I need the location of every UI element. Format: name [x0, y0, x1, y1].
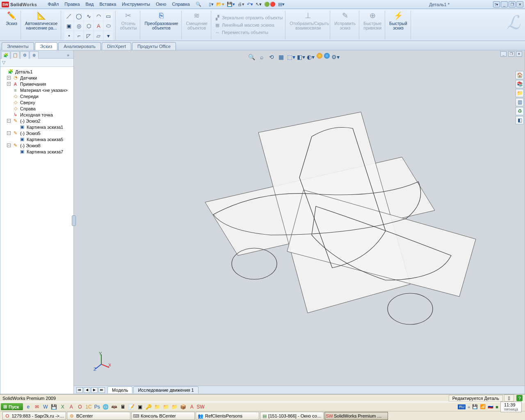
fm-filter[interactable]: ▽	[0, 59, 73, 67]
tab-office[interactable]: Продукты Office	[132, 42, 176, 50]
graphics-viewport[interactable]: _ ❐ ✕ 🔍 ⌕ ⟲ ▦ ⬚▾ ◧▾ ◐▾ ⚙▾ 🏠 📚 📁 ▥ ♻ ◧	[74, 50, 525, 394]
fm-tab-dimxpert[interactable]: ⊕	[30, 51, 39, 59]
tree-sketch-8-pic[interactable]: ▣Картинка эскиза7	[1, 148, 73, 155]
zoomfit-icon[interactable]: 🔍	[248, 53, 256, 61]
ql-excel-icon[interactable]: X	[59, 403, 66, 410]
hideshow-icon[interactable]: ◐▾	[307, 53, 315, 61]
tree-sketch-2-pic[interactable]: ▣Картинка эскиза1	[1, 124, 73, 130]
ql-folder-icon[interactable]: 📁	[154, 403, 161, 410]
menu-edit[interactable]: Правка	[62, 0, 82, 8]
ql-sw-icon[interactable]: SW	[197, 403, 204, 410]
task-solidworks[interactable]: SWSolidWorks Premium …	[324, 412, 388, 420]
text-icon[interactable]: A	[94, 21, 103, 30]
tree-front-plane[interactable]: ◇Спереди	[1, 93, 73, 99]
ellipse-icon[interactable]: ◎	[74, 21, 83, 30]
tree-sensors[interactable]: +◔Датчики	[1, 75, 73, 81]
tray-expand-icon[interactable]: «	[468, 404, 470, 409]
help-button[interactable]: ?▾	[493, 1, 500, 7]
ql-folder2-icon[interactable]: 📁	[162, 403, 169, 410]
menu-view[interactable]: Вид	[83, 0, 96, 8]
tray-disk-icon[interactable]: 💾	[472, 404, 478, 409]
task-bcenter-console[interactable]: ⌨Консоль BCenter	[131, 412, 195, 420]
menu-help[interactable]: Справка	[169, 0, 192, 8]
qat-undo-icon[interactable]: ↶▾	[247, 2, 253, 7]
library-icon[interactable]: 📁	[516, 89, 524, 97]
displaystyle-icon[interactable]: ◧▾	[297, 53, 305, 61]
tab-last-icon[interactable]: ⏭	[98, 387, 105, 393]
tab-model[interactable]: Модель	[107, 386, 132, 393]
tree-root[interactable]: 🧩Деталь1	[1, 68, 73, 75]
ribbon-rapid-button[interactable]: ⚡ Быстрый эскиз	[386, 11, 411, 39]
qat-new-icon[interactable]: ▯▾	[209, 2, 214, 7]
mdi-restore[interactable]: ❐	[508, 51, 514, 57]
ql-1c-icon[interactable]: 1C	[85, 403, 92, 410]
ql-key-icon[interactable]: 🔑	[145, 403, 152, 410]
ql-thebat-icon[interactable]: 🦇	[111, 403, 118, 410]
ql-acad-icon[interactable]: A	[188, 403, 195, 410]
line-icon[interactable]: ／	[64, 11, 73, 21]
vieworient-icon[interactable]: ⬚▾	[287, 53, 295, 61]
sectionview-icon[interactable]: ▦	[277, 53, 285, 61]
qat-select-icon[interactable]: ↖▾	[256, 2, 262, 7]
ql-ie-icon[interactable]: e	[25, 403, 32, 410]
home-icon[interactable]: 🏠	[516, 71, 524, 79]
centerrect-icon[interactable]: ▣	[64, 21, 73, 30]
ql-folder3-icon[interactable]: 📁	[171, 403, 178, 410]
minimize-button[interactable]: _	[501, 1, 508, 7]
ql-ps-icon[interactable]: Ps	[94, 403, 100, 410]
panel-resize-handle[interactable]	[72, 215, 76, 226]
plane-icon[interactable]: ▱	[94, 31, 103, 40]
spline-icon[interactable]: ∿	[84, 11, 93, 21]
ql-rar-icon[interactable]: 📦	[180, 403, 187, 410]
fm-tab-config[interactable]: ⚙	[20, 51, 29, 59]
appearance-icon[interactable]	[317, 53, 322, 59]
task-opera[interactable]: O1279:883 - Sapr2k.ru ->…	[2, 412, 66, 420]
tree-sketch-8[interactable]: −✎(-) Эскиз8	[1, 142, 73, 148]
feature-tree[interactable]: 🧩Деталь1 +◔Датчики +AПримечания ≡Материа…	[0, 67, 73, 394]
ql-word-icon[interactable]: W	[42, 403, 49, 410]
status-help-icon[interactable]: ?	[516, 395, 523, 401]
slot-icon[interactable]: ⬭	[104, 21, 113, 30]
chamfer-icon[interactable]: ◸	[84, 31, 93, 40]
ql-opera-icon[interactable]: O	[76, 403, 83, 410]
ribbon-sketch-button[interactable]: ✏️ Эскиз	[2, 11, 21, 39]
tree-annotations[interactable]: +AПримечания	[1, 81, 73, 87]
task-ticket[interactable]: ▤[151-103-866] - Окно со…	[260, 412, 324, 420]
rect-icon[interactable]: ▭	[104, 11, 113, 21]
tray-usb-icon[interactable]: ■	[495, 404, 498, 409]
fillet-icon[interactable]: ⌐	[74, 31, 83, 40]
tab-features[interactable]: Элементы	[2, 42, 34, 50]
tab-evaluate[interactable]: Анализировать	[58, 42, 101, 50]
qat-traffic-icon[interactable]: 🟢🔴	[264, 2, 276, 7]
scene-icon[interactable]	[324, 53, 330, 59]
appearances-icon[interactable]: ◧	[516, 116, 524, 124]
fm-tab-feature[interactable]: 🧩	[1, 51, 10, 59]
ql-chrome-icon[interactable]: 🌐	[102, 403, 109, 410]
tab-first-icon[interactable]: ⏮	[76, 387, 83, 393]
menu-search-icon[interactable]: 🔍	[193, 0, 204, 8]
ql-calc-icon[interactable]: 🖩	[119, 403, 126, 410]
menu-insert[interactable]: Вставка	[97, 0, 119, 8]
qat-save-icon[interactable]: 💾▾	[227, 2, 235, 7]
mdi-close[interactable]: ✕	[516, 51, 522, 57]
polygon-icon[interactable]: ⬡	[84, 21, 93, 30]
tab-sketch[interactable]: Эскиз	[35, 42, 57, 50]
clock[interactable]: 11:39 пятница	[500, 402, 522, 412]
start-button[interactable]: ⊞Пуск	[1, 403, 23, 410]
tree-right-plane[interactable]: ◇Справа	[1, 105, 73, 112]
more-icon[interactable]: ▾	[104, 31, 113, 40]
menu-tools[interactable]: Инструменты	[119, 0, 153, 8]
ribbon-convert-button[interactable]: ⎘ Преобразование объектов	[141, 11, 182, 39]
palette-icon[interactable]: ♻	[516, 107, 524, 115]
tree-sketch-5-pic[interactable]: ▣Картинка эскиза5	[1, 136, 73, 142]
fm-collapse-icon[interactable]: »	[64, 51, 73, 59]
ql-save-icon[interactable]: 💾	[50, 403, 57, 410]
point-icon[interactable]: •	[64, 31, 73, 40]
status-units-icon[interactable]: ▯	[504, 395, 514, 402]
zoomarea-icon[interactable]: ⌕	[258, 53, 266, 61]
tab-next-icon[interactable]: ▶	[91, 387, 98, 393]
menu-window[interactable]: Окно	[153, 0, 169, 8]
viewsettings-icon[interactable]: ⚙▾	[331, 53, 340, 61]
tray-net-icon[interactable]: 📶	[480, 404, 486, 409]
explorer-icon[interactable]: ▥	[516, 98, 524, 106]
